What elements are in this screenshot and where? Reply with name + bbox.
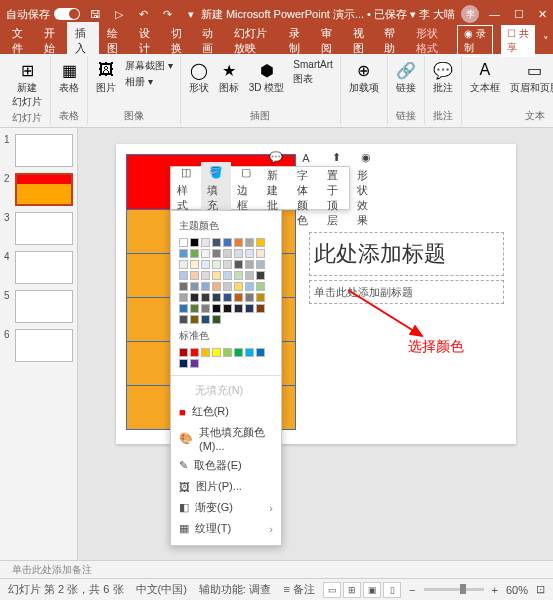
mini-toolbar-形状效果[interactable]: ◉形状效果 bbox=[351, 147, 381, 230]
color-swatch[interactable] bbox=[201, 348, 210, 357]
tab-切换[interactable]: 切换 bbox=[163, 22, 195, 60]
color-swatch[interactable] bbox=[212, 293, 221, 302]
color-swatch[interactable] bbox=[179, 348, 188, 357]
fill-menu-picture[interactable]: 🖼图片(P)... bbox=[171, 476, 281, 497]
color-swatch[interactable] bbox=[212, 348, 221, 357]
ribbon-btn-表格[interactable]: ▦表格 bbox=[55, 58, 83, 97]
tab-视图[interactable]: 视图 bbox=[345, 22, 377, 60]
tab-形状格式[interactable]: 形状格式 bbox=[408, 22, 455, 60]
ribbon-btn-加载项[interactable]: ⊕加载项 bbox=[345, 58, 383, 97]
collapse-ribbon-icon[interactable]: ˅ bbox=[543, 35, 549, 48]
tab-绘图[interactable]: 绘图 bbox=[99, 22, 131, 60]
color-swatch[interactable] bbox=[234, 282, 243, 291]
color-swatch[interactable] bbox=[212, 315, 221, 324]
avatar[interactable]: 李 bbox=[461, 5, 479, 23]
color-swatch[interactable] bbox=[223, 260, 232, 269]
color-swatch[interactable] bbox=[245, 293, 254, 302]
color-swatch[interactable] bbox=[212, 238, 221, 247]
color-swatch[interactable] bbox=[190, 315, 199, 324]
color-swatch[interactable] bbox=[245, 271, 254, 280]
tab-设计[interactable]: 设计 bbox=[131, 22, 163, 60]
color-swatch[interactable] bbox=[212, 260, 221, 269]
color-swatch[interactable] bbox=[256, 348, 265, 357]
notes-pane[interactable]: 单击此处添加备注 bbox=[0, 560, 553, 578]
color-swatch[interactable] bbox=[179, 238, 188, 247]
color-swatch[interactable] bbox=[256, 282, 265, 291]
slideshow-view-icon[interactable]: ▯ bbox=[383, 582, 401, 598]
mini-toolbar-填充[interactable]: 🪣填充 bbox=[201, 162, 231, 215]
slide-thumbnail[interactable] bbox=[15, 134, 73, 167]
color-swatch[interactable] bbox=[179, 304, 188, 313]
accessibility-indicator[interactable]: 辅助功能: 调查 bbox=[199, 582, 271, 597]
color-swatch[interactable] bbox=[256, 249, 265, 258]
color-swatch[interactable] bbox=[201, 282, 210, 291]
ribbon-btn-链接[interactable]: 🔗链接 bbox=[392, 58, 420, 97]
fill-menu-red[interactable]: ■红色(R) bbox=[171, 401, 281, 422]
ribbon-btn-相册 ▾[interactable]: 相册 ▾ bbox=[122, 74, 176, 90]
ribbon-btn-新建幻灯片[interactable]: ⊞新建幻灯片 bbox=[8, 58, 46, 111]
fill-menu-eyedrop[interactable]: ✎取色器(E) bbox=[171, 455, 281, 476]
tab-开始[interactable]: 开始 bbox=[36, 22, 68, 60]
color-swatch[interactable] bbox=[179, 260, 188, 269]
ribbon-btn-SmartArt[interactable]: SmartArt bbox=[290, 58, 335, 71]
share-button[interactable]: ☐ 共享 bbox=[501, 25, 535, 57]
slide-thumbnail[interactable] bbox=[15, 290, 73, 323]
color-swatch[interactable] bbox=[223, 271, 232, 280]
color-swatch[interactable] bbox=[190, 271, 199, 280]
color-swatch[interactable] bbox=[256, 238, 265, 247]
mini-toolbar-置于顶层[interactable]: ⬆置于顶层 bbox=[321, 147, 351, 230]
minimize-icon[interactable]: — bbox=[489, 8, 500, 21]
redo-icon[interactable]: ↷ bbox=[160, 7, 174, 21]
color-swatch[interactable] bbox=[201, 238, 210, 247]
tab-审阅[interactable]: 审阅 bbox=[313, 22, 345, 60]
ribbon-btn-3D 模型[interactable]: ⬢3D 模型 bbox=[245, 58, 289, 97]
color-swatch[interactable] bbox=[256, 260, 265, 269]
normal-view-icon[interactable]: ▭ bbox=[323, 582, 341, 598]
color-swatch[interactable] bbox=[212, 282, 221, 291]
ribbon-btn-文本框[interactable]: A文本框 bbox=[466, 58, 504, 97]
fill-menu-texture[interactable]: ▦纹理(T)› bbox=[171, 518, 281, 539]
slide-thumbnail[interactable] bbox=[15, 329, 73, 362]
color-swatch[interactable] bbox=[190, 260, 199, 269]
mini-toolbar-边框[interactable]: ▢边框 bbox=[231, 162, 261, 215]
maximize-icon[interactable]: ☐ bbox=[514, 8, 524, 21]
ribbon-btn-形状[interactable]: ◯形状 bbox=[185, 58, 213, 97]
color-swatch[interactable] bbox=[223, 238, 232, 247]
color-swatch[interactable] bbox=[201, 260, 210, 269]
reading-view-icon[interactable]: ▣ bbox=[363, 582, 381, 598]
zoom-level[interactable]: 60% bbox=[506, 584, 528, 596]
color-swatch[interactable] bbox=[212, 249, 221, 258]
slide-thumbnail[interactable] bbox=[15, 251, 73, 284]
color-swatch[interactable] bbox=[201, 304, 210, 313]
color-swatch[interactable] bbox=[223, 304, 232, 313]
slide-thumbnail[interactable] bbox=[15, 212, 73, 245]
ribbon-btn-图标[interactable]: ★图标 bbox=[215, 58, 243, 97]
color-swatch[interactable] bbox=[190, 238, 199, 247]
tab-帮助[interactable]: 帮助 bbox=[376, 22, 408, 60]
color-swatch[interactable] bbox=[245, 282, 254, 291]
slide-thumbnail[interactable] bbox=[15, 173, 73, 206]
color-swatch[interactable] bbox=[179, 315, 188, 324]
sorter-view-icon[interactable]: ⊞ bbox=[343, 582, 361, 598]
color-swatch[interactable] bbox=[190, 304, 199, 313]
color-swatch[interactable] bbox=[190, 293, 199, 302]
color-swatch[interactable] bbox=[179, 249, 188, 258]
ribbon-btn-批注[interactable]: 💬批注 bbox=[429, 58, 457, 97]
tab-插入[interactable]: 插入 bbox=[67, 22, 99, 60]
color-swatch[interactable] bbox=[234, 304, 243, 313]
zoom-slider[interactable] bbox=[424, 588, 484, 591]
color-swatch[interactable] bbox=[234, 249, 243, 258]
zoom-out-icon[interactable]: − bbox=[409, 584, 415, 596]
tab-幻灯片放映[interactable]: 幻灯片放映 bbox=[226, 22, 281, 60]
color-swatch[interactable] bbox=[212, 271, 221, 280]
tab-文件[interactable]: 文件 bbox=[4, 22, 36, 60]
ribbon-btn-页眉和页脚[interactable]: ▭页眉和页脚 bbox=[506, 58, 553, 97]
color-swatch[interactable] bbox=[190, 282, 199, 291]
color-swatch[interactable] bbox=[245, 260, 254, 269]
color-swatch[interactable] bbox=[190, 359, 199, 368]
color-swatch[interactable] bbox=[201, 315, 210, 324]
ribbon-btn-屏幕截图 ▾[interactable]: 屏幕截图 ▾ bbox=[122, 58, 176, 74]
title-placeholder[interactable]: 此处添加标题 bbox=[309, 232, 504, 276]
color-swatch[interactable] bbox=[245, 238, 254, 247]
color-swatch[interactable] bbox=[245, 304, 254, 313]
